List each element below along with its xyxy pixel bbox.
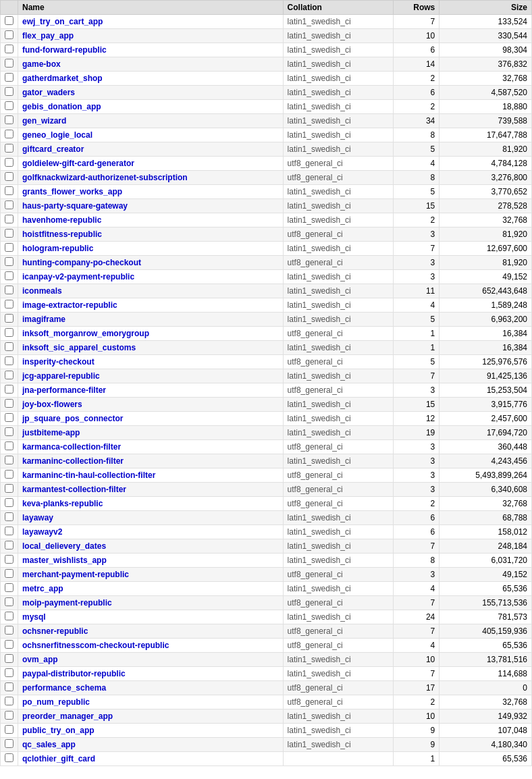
row-db-name[interactable]: ochsnerfitnesscom-checkout-republic (18, 639, 284, 653)
row-db-name[interactable]: icanpay-v2-payment-republic (18, 270, 284, 284)
table-row[interactable]: merchant-payment-republicutf8_general_ci… (1, 568, 532, 582)
table-row[interactable]: ewj_try_on_cart_applatin1_swedish_ci7133… (1, 15, 532, 29)
row-db-name[interactable]: havenhome-republic (18, 213, 284, 227)
row-checkbox[interactable] (5, 342, 14, 351)
table-row[interactable]: karmaninc-tin-haul-collection-filterutf8… (1, 468, 532, 483)
row-db-name[interactable]: joy-box-flowers (18, 398, 284, 412)
row-db-name[interactable]: inksoft_sic_apparel_customs (18, 341, 284, 355)
row-checkbox[interactable] (5, 541, 14, 549)
row-checkbox[interactable] (5, 101, 14, 110)
row-db-name[interactable]: gebis_donation_app (18, 100, 284, 114)
row-db-name[interactable]: gatherdmarket_shop (18, 72, 284, 86)
row-db-name[interactable]: justbiteme-app (18, 426, 284, 440)
row-checkbox[interactable] (5, 753, 14, 762)
row-checkbox[interactable] (5, 158, 14, 167)
row-db-name[interactable]: jna-performance-filter (18, 383, 284, 398)
row-db-name[interactable]: master_wishlists_app (18, 554, 284, 568)
row-checkbox[interactable] (5, 682, 14, 691)
table-row[interactable]: inksoft_sic_apparel_customslatin1_swedis… (1, 341, 532, 355)
table-row[interactable]: ovm_applatin1_swedish_ci1013,781,516 (1, 653, 532, 667)
table-row[interactable]: karmantest-collection-filterutf8_general… (1, 483, 532, 497)
row-checkbox[interactable] (5, 73, 14, 82)
row-db-name[interactable]: iconmeals (18, 284, 284, 298)
row-db-name[interactable]: giftcard_creator (18, 142, 284, 157)
row-db-name[interactable]: karmanca-collection-filter (18, 440, 284, 454)
table-row[interactable]: icanpay-v2-payment-republiclatin1_swedis… (1, 270, 532, 284)
row-db-name[interactable]: game-box (18, 57, 284, 72)
table-row[interactable]: layawayv2latin1_swedish_ci6158,012 (1, 525, 532, 539)
row-db-name[interactable]: jcg-apparel-republic (18, 369, 284, 383)
row-checkbox[interactable] (5, 144, 14, 153)
row-db-name[interactable]: haus-party-square-gateway (18, 199, 284, 213)
row-db-name[interactable]: qc_sales_app (18, 738, 284, 752)
row-db-name[interactable]: layaway (18, 511, 284, 525)
table-row[interactable]: moip-payment-republicutf8_general_ci7155… (1, 596, 532, 610)
table-row[interactable]: ochsnerfitnesscom-checkout-republicutf8_… (1, 639, 532, 653)
row-checkbox[interactable] (5, 597, 14, 606)
row-db-name[interactable]: insperity-checkout (18, 355, 284, 369)
table-row[interactable]: game-boxlatin1_swedish_ci14376,832 (1, 57, 532, 72)
row-db-name[interactable]: karmantest-collection-filter (18, 483, 284, 497)
row-db-name[interactable]: keva-planks-republic (18, 497, 284, 511)
table-row[interactable]: haus-party-square-gatewaylatin1_swedish_… (1, 199, 532, 213)
row-checkbox[interactable] (5, 172, 14, 181)
table-row[interactable]: havenhome-republiclatin1_swedish_ci232,7… (1, 213, 532, 227)
row-db-name[interactable]: jp_square_pos_connector (18, 412, 284, 426)
row-checkbox[interactable] (5, 371, 14, 379)
table-row[interactable]: public_try_on_applatin1_swedish_ci9107,0… (1, 724, 532, 738)
row-checkbox[interactable] (5, 328, 14, 337)
row-db-name[interactable]: karmaninc-collection-filter (18, 454, 284, 468)
table-row[interactable]: qclothier_gift_card165,536 (1, 752, 532, 766)
row-checkbox[interactable] (5, 130, 14, 138)
row-checkbox[interactable] (5, 555, 14, 564)
row-db-name[interactable]: hunting-company-po-checkout (18, 256, 284, 270)
row-db-name[interactable]: metrc_app (18, 582, 284, 596)
row-checkbox[interactable] (5, 186, 14, 195)
table-row[interactable]: gebis_donation_applatin1_swedish_ci218,8… (1, 100, 532, 114)
row-db-name[interactable]: ochsner-republic (18, 624, 284, 639)
table-row[interactable]: ochsner-republicutf8_general_ci7405,159,… (1, 624, 532, 639)
row-db-name[interactable]: moip-payment-republic (18, 596, 284, 610)
table-row[interactable]: preorder_manager_applatin1_swedish_ci101… (1, 709, 532, 724)
row-db-name[interactable]: hoistfitness-republic (18, 227, 284, 242)
row-db-name[interactable]: local_delievery_dates (18, 539, 284, 554)
row-checkbox[interactable] (5, 427, 14, 436)
row-checkbox[interactable] (5, 583, 14, 592)
row-db-name[interactable]: hologram-republic (18, 242, 284, 256)
row-checkbox[interactable] (5, 215, 14, 223)
table-row[interactable]: master_wishlists_applatin1_swedish_ci86,… (1, 554, 532, 568)
table-row[interactable]: layawaylatin1_swedish_ci668,788 (1, 511, 532, 525)
row-checkbox[interactable] (5, 45, 14, 53)
table-row[interactable]: hologram-republiclatin1_swedish_ci712,69… (1, 242, 532, 256)
row-checkbox[interactable] (5, 271, 14, 280)
row-checkbox[interactable] (5, 739, 14, 748)
row-checkbox[interactable] (5, 441, 14, 450)
row-checkbox[interactable] (5, 711, 14, 720)
row-checkbox[interactable] (5, 243, 14, 252)
row-checkbox[interactable] (5, 725, 14, 734)
table-row[interactable]: jp_square_pos_connectorlatin1_swedish_ci… (1, 412, 532, 426)
row-db-name[interactable]: preorder_manager_app (18, 709, 284, 724)
table-row[interactable]: local_delievery_dateslatin1_swedish_ci72… (1, 539, 532, 554)
table-row[interactable]: po_num_republicutf8_general_ci232,768 (1, 695, 532, 709)
row-db-name[interactable]: golfknackwizard-authorizenet-subscriptio… (18, 171, 284, 185)
table-row[interactable]: paypal-distributor-republiclatin1_swedis… (1, 667, 532, 681)
row-checkbox[interactable] (5, 569, 14, 578)
row-db-name[interactable]: performance_schema (18, 681, 284, 695)
row-db-name[interactable]: public_try_on_app (18, 724, 284, 738)
table-row[interactable]: flex_pay_applatin1_swedish_ci10330,544 (1, 29, 532, 43)
row-db-name[interactable]: qclothier_gift_card (18, 752, 284, 766)
row-checkbox[interactable] (5, 385, 14, 394)
row-checkbox[interactable] (5, 16, 14, 25)
row-checkbox[interactable] (5, 286, 14, 294)
row-checkbox[interactable] (5, 512, 14, 521)
table-row[interactable]: iconmealslatin1_swedish_ci11652,443,648 (1, 284, 532, 298)
row-db-name[interactable]: imagiframe (18, 313, 284, 327)
table-row[interactable]: metrc_applatin1_swedish_ci465,536 (1, 582, 532, 596)
row-db-name[interactable]: ovm_app (18, 653, 284, 667)
table-row[interactable]: golfknackwizard-authorizenet-subscriptio… (1, 171, 532, 185)
table-row[interactable]: justbiteme-applatin1_swedish_ci1917,694,… (1, 426, 532, 440)
row-checkbox[interactable] (5, 640, 14, 649)
table-row[interactable]: gen_wizardlatin1_swedish_ci34739,588 (1, 114, 532, 128)
table-row[interactable]: inksoft_morganrow_emorygrouputf8_general… (1, 327, 532, 341)
